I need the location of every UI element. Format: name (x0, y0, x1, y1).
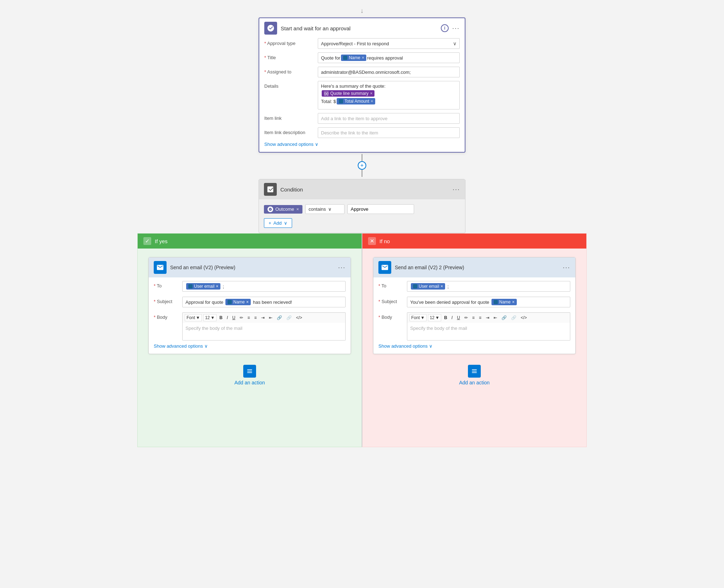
font-select-no[interactable]: Font ▼ (409, 314, 427, 321)
user-email-close[interactable]: × (216, 284, 218, 289)
quote-line-token-close[interactable]: × (370, 91, 372, 96)
panel-no-header: ✕ If no (362, 234, 586, 249)
email-no-body: To User email × ; (373, 277, 575, 354)
outdent-btn-yes[interactable]: ⇤ (267, 315, 274, 321)
item-link-placeholder: Add a link to the item to approve (321, 116, 387, 121)
details-summary-text: Here's a summary of the quote: (321, 83, 386, 89)
add-step-button[interactable]: + (358, 161, 366, 170)
name-token-close[interactable]: × (362, 55, 364, 60)
item-link-desc-input[interactable]: Describe the link to the item (318, 127, 460, 138)
title-input[interactable]: Quote for Name × requires approval (318, 52, 460, 63)
condition-ellipsis-button[interactable]: ··· (453, 186, 460, 193)
font-size-select-yes[interactable]: 12 ▼ (203, 314, 216, 321)
email-no-title: Send an email (V2) 2 (Preview) (395, 265, 464, 270)
list-ol-btn-yes[interactable]: ≡ (253, 315, 258, 321)
email-yes-body-wrap: Font ▼ 12 ▼ B I U (182, 312, 346, 341)
name-token[interactable]: Name × (341, 55, 366, 61)
approval-type-dropdown[interactable]: Approve/Reject - First to respond ∨ (318, 38, 460, 49)
subject-name-token-yes[interactable]: Name × (225, 299, 251, 305)
email-yes-to-row: To User email × ; (154, 279, 346, 292)
indent-btn-no[interactable]: ⇥ (484, 315, 491, 321)
info-icon[interactable]: i (441, 24, 449, 32)
subject-name-close-no[interactable]: × (512, 300, 515, 305)
link-btn-no[interactable]: 🔗 (500, 315, 508, 321)
italic-btn-no[interactable]: I (450, 315, 454, 321)
list-ul-btn-no[interactable]: ≡ (471, 315, 476, 321)
show-advanced-no[interactable]: Show advanced options ∨ (378, 343, 570, 349)
total-amount-token-close[interactable]: × (371, 99, 373, 104)
total-amount-token[interactable]: Total Amount × (337, 98, 375, 104)
email-yes-body-textarea[interactable]: Specify the body of the mail (182, 323, 346, 341)
details-line2: {x} Quote line summary × (321, 90, 457, 97)
outdent-btn-no[interactable]: ⇤ (492, 315, 499, 321)
arrow-down-icon: ↓ (361, 7, 364, 15)
add-action-no-icon (468, 365, 481, 378)
total-amount-token-label: Total Amount (345, 99, 369, 104)
email-card-no: Send an email (V2) 2 (Preview) ··· To Us… (373, 257, 576, 354)
user-email-db-icon-no (413, 284, 417, 288)
title-prefix-text: Quote for (321, 55, 340, 61)
email-no-body-wrap: Font ▼ 12 ▼ B I U (407, 312, 570, 341)
email-no-body-textarea[interactable]: Specify the body of the mail (407, 323, 570, 341)
user-email-token-no[interactable]: User email × (411, 283, 445, 290)
font-label-yes: Font (187, 315, 195, 320)
approval-type-row: Approval type Approve/Reject - First to … (264, 38, 460, 49)
subject-name-token-no[interactable]: Name × (491, 299, 517, 305)
user-email-token-label-no: User email (419, 284, 439, 289)
indent-btn-yes[interactable]: ⇥ (260, 315, 266, 321)
approval-type-label: Approval type (264, 38, 318, 46)
add-action-yes-button[interactable]: Add an action (234, 365, 265, 385)
email-no-ellipsis[interactable]: ··· (563, 264, 570, 271)
user-email-close-no[interactable]: × (440, 284, 443, 289)
condition-title: Condition (280, 186, 303, 193)
approval-ellipsis-button[interactable]: ··· (452, 25, 460, 32)
font-label-no: Font (411, 315, 420, 320)
add-action-yes-wrap: Add an action (148, 354, 351, 385)
subject-name-close[interactable]: × (246, 300, 249, 305)
assigned-to-input[interactable]: administrator@BASDemo.onmicrosoft.com; (318, 67, 460, 77)
link-btn-yes[interactable]: 🔗 (275, 315, 284, 321)
subject-name-token-label: Name (233, 300, 245, 305)
item-link-input[interactable]: Add a link to the item to approve (318, 113, 460, 124)
quote-line-token[interactable]: {x} Quote line summary × (322, 90, 374, 97)
code-btn-yes[interactable]: </> (295, 315, 304, 321)
approval-type-value: Approve/Reject - First to respond (321, 41, 389, 46)
operator-chevron: ∨ (328, 206, 332, 212)
pen-btn-no[interactable]: ✏ (463, 315, 469, 321)
list-ol-btn-no[interactable]: ≡ (478, 315, 483, 321)
add-action-no-button[interactable]: Add an action (459, 365, 490, 385)
condition-value-input[interactable] (347, 204, 414, 214)
show-advanced-yes[interactable]: Show advanced options ∨ (154, 343, 346, 349)
show-advanced-options[interactable]: Show advanced options ∨ (264, 142, 460, 147)
email-yes-ellipsis[interactable]: ··· (338, 264, 346, 271)
email-yes-to-input[interactable]: User email × ; (182, 281, 346, 292)
underline-btn-no[interactable]: U (455, 315, 462, 321)
condition-operator-select[interactable]: contains ∨ (305, 204, 345, 214)
email-no-to-input[interactable]: User email × ; (407, 281, 570, 292)
details-input[interactable]: Here's a summary of the quote: {x} Quote… (318, 81, 460, 109)
pen-btn-yes[interactable]: ✏ (238, 315, 245, 321)
email-yes-body: To User email × ; (149, 277, 351, 354)
outcome-svg (269, 208, 272, 211)
italic-btn-yes[interactable]: I (225, 315, 229, 321)
code-btn-no[interactable]: </> (519, 315, 528, 321)
email-yes-subject-input[interactable]: Approval for quote Name × has been recie… (182, 297, 346, 307)
unlink-btn-no[interactable]: 🔗 (510, 315, 518, 321)
condition-add-button[interactable]: + Add ∨ (264, 218, 292, 228)
font-size-select-no[interactable]: 12 ▼ (428, 314, 441, 321)
bold-btn-no[interactable]: B (443, 315, 449, 321)
condition-header: Condition ··· (259, 179, 465, 199)
user-email-token-yes[interactable]: User email × (186, 283, 220, 290)
email-card-yes: Send an email (V2) (Preview) ··· To User… (148, 257, 351, 354)
email-no-body-label: Body (378, 312, 407, 320)
outcome-close[interactable]: × (296, 206, 299, 212)
email-no-subject-input[interactable]: You've been denied approval for quote Na… (407, 297, 570, 307)
outcome-token-label: Outcome (275, 206, 294, 212)
outcome-token[interactable]: Outcome × (264, 205, 302, 214)
font-select-yes[interactable]: Font ▼ (185, 314, 202, 321)
underline-btn-yes[interactable]: U (231, 315, 237, 321)
bold-btn-yes[interactable]: B (218, 315, 224, 321)
unlink-btn-yes[interactable]: 🔗 (285, 315, 293, 321)
list-ul-btn-yes[interactable]: ≡ (246, 315, 251, 321)
approval-icon (264, 22, 277, 35)
